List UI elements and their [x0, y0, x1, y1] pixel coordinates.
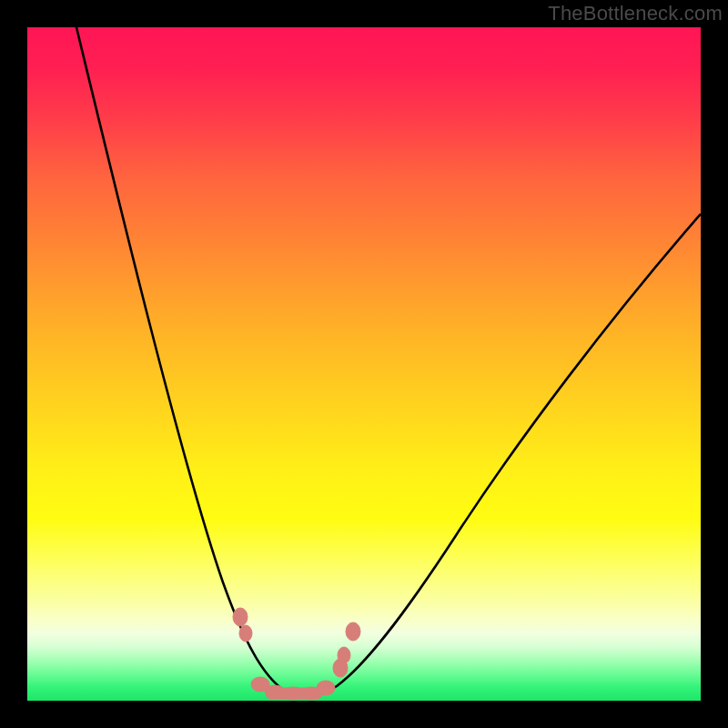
watermark-text: TheBottleneck.com — [548, 2, 723, 25]
svg-rect-10 — [266, 688, 322, 699]
marker-dots — [233, 608, 360, 700]
svg-point-0 — [233, 608, 248, 626]
curve-path-main — [76, 27, 701, 698]
chart-frame: TheBottleneck.com — [0, 0, 728, 728]
plot-area — [27, 27, 701, 701]
bottleneck-curve — [27, 27, 701, 701]
svg-point-8 — [338, 647, 350, 663]
svg-point-9 — [346, 622, 360, 641]
svg-point-1 — [239, 625, 252, 642]
